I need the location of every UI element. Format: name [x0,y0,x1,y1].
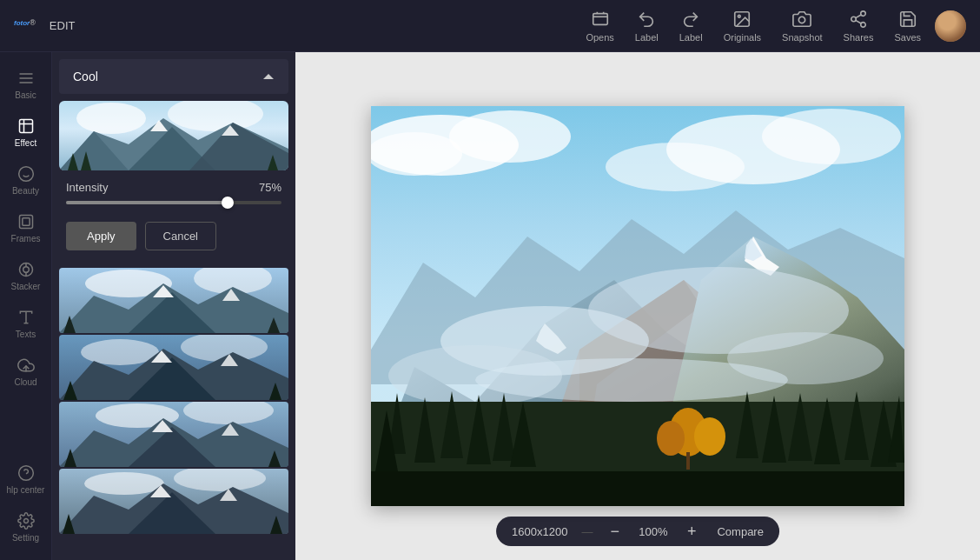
sidebar-item-texts[interactable]: Texts [3,302,49,346]
thumb-4-image [59,469,288,534]
sidebar-item-help[interactable]: hlp center [3,457,49,502]
thumb-2-image [59,335,288,400]
opens-label: Opens [586,32,613,43]
frames-label: Frames [11,234,41,243]
svg-point-102 [657,421,685,456]
snapshot-label: Snapshot [782,32,822,43]
frames-icon [17,213,35,230]
stacker-icon [17,261,35,278]
effect-thumb-4[interactable] [59,469,288,534]
intensity-label: Intensity [66,181,108,194]
basic-label: Basic [15,90,36,100]
svg-point-74 [449,110,571,163]
sidebar-item-basic[interactable]: Basic [3,63,49,107]
undo-icon [637,10,656,29]
effect-thumb-3[interactable] [59,402,288,467]
help-icon [17,464,35,482]
avatar-image [935,10,966,42]
zoom-out-button[interactable]: − [606,523,623,539]
main-photo [371,106,904,506]
intensity-slider-track[interactable] [66,201,281,204]
svg-point-64 [84,472,164,495]
effects-panel: Cool [52,52,295,560]
status-bar: 1600x1200 — − 100% + Compare [496,517,779,546]
cloud-icon [17,357,35,374]
redo-icon [681,10,700,29]
effect-preview-image [59,101,288,170]
chevron-up-icon [262,70,275,83]
snapshot-button[interactable]: Snapshot [782,10,822,43]
opens-button[interactable]: Opens [586,10,613,43]
action-buttons: Apply Cancel [52,215,295,264]
saves-button[interactable]: Saves [894,10,921,43]
saves-icon [898,10,917,29]
toolbar: fotor® EDIT Opens Label [0,0,980,52]
effect-label: Effect [15,138,36,148]
stacker-label: Stacker [11,282,41,291]
undo-button[interactable]: Label [635,10,659,43]
svg-point-4 [861,10,866,16]
toolbar-actions: Opens Label Label Originals [586,10,921,43]
edit-label: EDIT [50,19,76,32]
effect-icon [17,117,35,135]
sidebar-item-cloud[interactable]: Cloud [3,350,49,394]
snapshot-icon [792,10,811,29]
shares-button[interactable]: Shares [844,10,874,43]
effect-thumb-1[interactable] [59,268,288,333]
svg-point-77 [762,109,901,164]
sidebar-item-stacker[interactable]: Stacker [3,254,49,298]
cool-section-header[interactable]: Cool [59,59,288,94]
beauty-label: Beauty [12,186,39,196]
sidebar-item-beauty[interactable]: Beauty [3,158,49,203]
svg-point-2 [738,15,741,17]
texts-label: Texts [16,330,36,339]
compare-button[interactable]: Compare [717,525,763,538]
svg-point-101 [694,417,725,456]
svg-rect-103 [686,452,690,470]
effect-thumbnails-list [52,264,295,537]
saves-label: Saves [894,32,921,43]
app-logo: fotor® [14,15,36,37]
zoom-in-button[interactable]: + [684,523,700,539]
thumb-3-image [59,402,288,467]
effect-thumb-2[interactable] [59,335,288,400]
avatar[interactable] [935,10,966,42]
canvas-area: 1600x1200 — − 100% + Compare [295,52,980,560]
sidebar-item-setting[interactable]: Setting [3,505,49,550]
sidebar-item-frames[interactable]: Frames [3,206,49,250]
canvas-dimensions: 1600x1200 [512,525,567,538]
intensity-slider-fill [66,201,228,204]
svg-point-5 [851,17,857,22]
texts-icon [17,309,35,326]
section-title: Cool [73,70,98,83]
svg-point-78 [606,143,745,191]
svg-rect-0 [593,13,607,24]
intensity-row: Intensity 75% [52,174,295,197]
redo-label: Label [679,32,703,43]
setting-icon [17,512,35,530]
intensity-slider-thumb[interactable] [222,197,234,209]
svg-point-23 [23,519,28,523]
help-label: hlp center [7,485,45,495]
svg-point-3 [799,17,805,23]
sidebar-item-effect[interactable]: Effect [3,110,49,155]
sidebar-nav: Basic Effect Beauty Frames [0,52,52,560]
svg-rect-13 [22,218,29,225]
svg-point-25 [76,103,146,134]
intensity-slider-container [52,197,295,215]
svg-point-75 [371,132,462,176]
originals-button[interactable]: Originals [724,10,761,43]
status-divider: — [581,525,593,538]
edit-menu[interactable]: EDIT [50,19,79,32]
apply-button[interactable]: Apply [66,222,136,250]
cancel-button[interactable]: Cancel [145,222,216,250]
intensity-value: 75% [259,181,281,194]
undo-label: Label [635,32,659,43]
redo-button[interactable]: Label [679,10,703,43]
shares-label: Shares [844,32,874,43]
shares-icon [849,10,868,29]
thumb-1-image [59,268,288,333]
zoom-level: 100% [637,525,670,538]
beauty-icon [17,165,35,183]
basic-icon [17,70,35,87]
